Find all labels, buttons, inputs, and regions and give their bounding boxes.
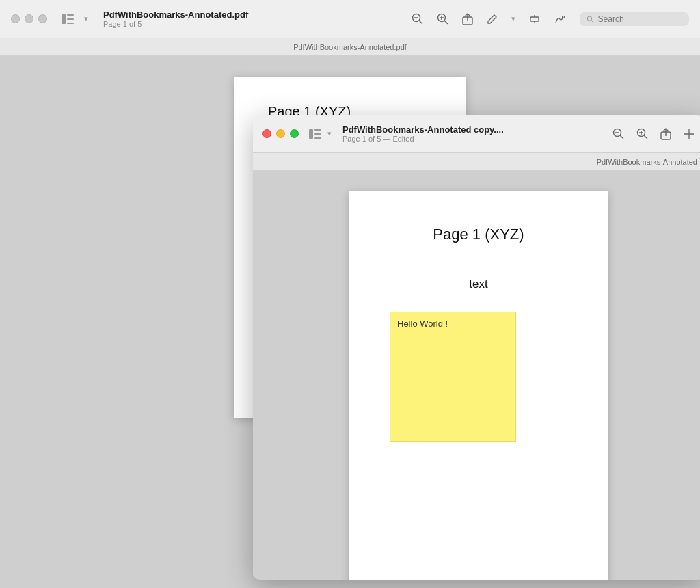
front-page-info: Page 1 of 5 — Edited xyxy=(342,135,504,143)
front-filename: PdfWithBookmarks-Annotated copy.... xyxy=(342,124,504,135)
svg-line-5 xyxy=(420,21,422,24)
zoom-in-icon-front[interactable] xyxy=(636,128,648,139)
svg-line-18 xyxy=(591,20,593,22)
front-tab-label: PdfWithBookmarks-Annotated xyxy=(597,158,697,166)
front-window: ▾ PdfWithBookmarks-Annotated copy.... Pa… xyxy=(253,115,700,580)
front-content: Page 1 (XYZ) text Hello World ! xyxy=(253,171,700,580)
signature-icon-back[interactable] xyxy=(554,14,566,25)
annotate-icon-back[interactable] xyxy=(487,14,498,25)
svg-rect-22 xyxy=(314,137,321,139)
search-box-back[interactable] xyxy=(580,12,689,26)
redact-icon-back[interactable] xyxy=(529,14,540,25)
svg-rect-3 xyxy=(67,23,74,24)
svg-rect-13 xyxy=(530,17,539,21)
traffic-lights-front xyxy=(262,129,299,138)
pdf-page-front: Page 1 (XYZ) text Hello World ! xyxy=(349,191,608,580)
sidebar-toggle-back[interactable] xyxy=(58,10,77,29)
close-button-back[interactable] xyxy=(11,14,20,23)
sidebar-toggle-chevron-front: ▾ xyxy=(327,129,332,138)
svg-rect-0 xyxy=(62,14,66,24)
toolbar-back: ▾ xyxy=(412,12,689,26)
back-tab-bar: PdfWithBookmarks-Annotated.pdf xyxy=(0,38,700,56)
front-titlebar: ▾ PdfWithBookmarks-Annotated copy.... Pa… xyxy=(253,115,700,153)
svg-rect-2 xyxy=(67,18,74,20)
back-page-info: Page 1 of 5 xyxy=(103,20,248,28)
maximize-button-front[interactable] xyxy=(290,129,299,138)
sidebar-icon-front xyxy=(309,129,321,139)
traffic-lights-back xyxy=(11,14,47,23)
svg-line-24 xyxy=(621,136,623,139)
svg-rect-19 xyxy=(309,129,313,139)
sticky-note-front[interactable]: Hello World ! xyxy=(390,312,516,442)
svg-rect-1 xyxy=(67,14,74,16)
maximize-button-back[interactable] xyxy=(38,14,47,23)
page-text-front: text xyxy=(390,278,567,291)
svg-point-17 xyxy=(587,16,591,21)
minimize-button-back[interactable] xyxy=(25,14,33,23)
page-title-front: Page 1 (XYZ) xyxy=(390,226,567,243)
zoom-out-icon-front[interactable] xyxy=(612,128,624,139)
share-icon-back[interactable] xyxy=(462,13,473,25)
search-input-back[interactable] xyxy=(598,14,682,24)
svg-rect-20 xyxy=(314,129,321,131)
svg-line-8 xyxy=(445,21,448,24)
sidebar-toggle-front[interactable] xyxy=(306,124,325,144)
share-icon-front[interactable] xyxy=(660,128,671,140)
annotate-chevron-back: ▾ xyxy=(511,14,515,23)
sidebar-toggle-chevron-back: ▾ xyxy=(84,14,88,23)
more-tools-icon-front[interactable] xyxy=(684,129,695,139)
zoom-in-icon-back[interactable] xyxy=(437,13,448,25)
minimize-button-front[interactable] xyxy=(276,129,285,138)
toolbar-front xyxy=(612,128,695,140)
file-info-front: PdfWithBookmarks-Annotated copy.... Page… xyxy=(342,124,504,143)
file-info-back: PdfWithBookmarks-Annotated.pdf Page 1 of… xyxy=(103,10,248,28)
back-titlebar: ▾ PdfWithBookmarks-Annotated.pdf Page 1 … xyxy=(0,0,700,38)
back-filename: PdfWithBookmarks-Annotated.pdf xyxy=(103,10,248,20)
search-icon-back xyxy=(587,15,594,23)
back-tab-label: PdfWithBookmarks-Annotated.pdf xyxy=(293,43,407,51)
zoom-out-icon-back[interactable] xyxy=(412,13,423,25)
close-button-front[interactable] xyxy=(262,129,271,138)
sticky-note-text: Hello World ! xyxy=(397,319,448,329)
sidebar-icon-back xyxy=(62,14,74,24)
svg-rect-21 xyxy=(314,133,321,135)
svg-line-27 xyxy=(645,136,647,139)
front-tab-bar: PdfWithBookmarks-Annotated xyxy=(253,153,700,171)
